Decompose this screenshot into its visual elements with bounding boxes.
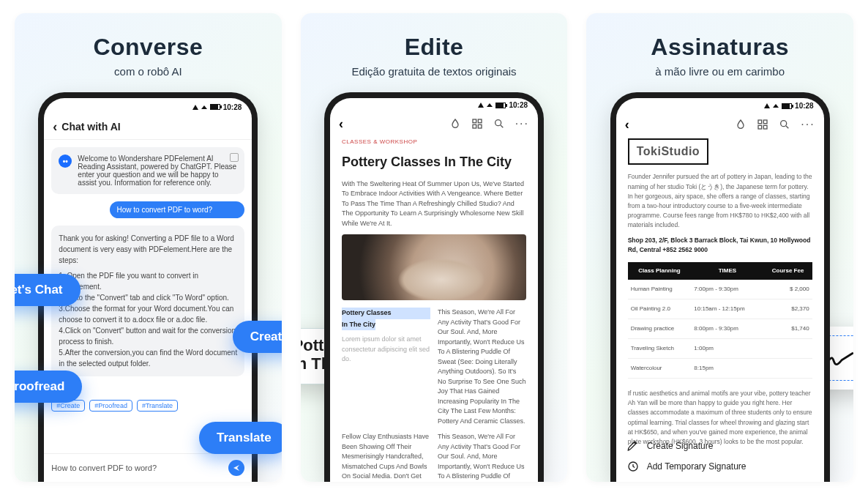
svg-rect-7	[764, 120, 768, 124]
grid-icon[interactable]	[471, 118, 483, 130]
grid-icon[interactable]	[757, 119, 768, 130]
clock-icon	[626, 460, 640, 473]
promo-card-assinaturas: Assinaturas à mão livre ou em carimbo 10…	[586, 13, 853, 482]
wifi-icon	[487, 103, 493, 107]
send-button[interactable]	[228, 460, 244, 476]
wifi-icon	[773, 104, 779, 108]
status-bar: 10:28	[44, 98, 252, 116]
doc-col-left-2: Fellow Clay Enthusiasts Have Been Showin…	[342, 432, 430, 482]
create-signature-option[interactable]: Create Signature	[626, 439, 814, 453]
th-class: Class Planning	[628, 262, 692, 280]
card-title: Assinaturas	[651, 34, 789, 61]
card-subtitle: Edição gratuita de textos originais	[351, 65, 516, 78]
status-bar: 10:28	[330, 98, 538, 113]
doc-heading: Pottery Classes In The City	[342, 152, 526, 172]
selected-text-line1[interactable]: Pottery Classes	[342, 308, 430, 319]
table-row: Drawing practice8:00pm - 9:30pm$1,740	[628, 319, 812, 338]
document-body: CLASSES & WORKSHOP Pottery Classes In Th…	[330, 138, 538, 482]
pill-create[interactable]: Create	[233, 321, 282, 353]
copy-icon[interactable]	[230, 153, 239, 162]
battery-icon	[495, 103, 506, 108]
svg-rect-2	[473, 124, 476, 128]
battery-icon	[782, 103, 792, 109]
card-subtitle: à mão livre ou em carimbo	[655, 65, 785, 78]
svg-point-10	[781, 121, 787, 127]
pill-lets-chat[interactable]: Let's Chat	[15, 274, 81, 306]
more-icon[interactable]: ···	[515, 117, 529, 130]
selected-text-line2[interactable]: In The City	[342, 319, 375, 331]
drop-icon[interactable]	[735, 119, 747, 130]
signal-icon	[192, 105, 198, 110]
th-fee: Course Fee	[764, 262, 812, 280]
user-message: How to convert PDF to word?	[110, 201, 245, 218]
table-row: Traveling Sketch1:00pm	[628, 338, 812, 358]
bot-welcome-text: Welcome to Wondershare PDFelement AI Rea…	[78, 155, 237, 187]
promo-card-edite: Edite Edição gratuita de textos originai…	[301, 13, 568, 482]
svg-rect-8	[758, 126, 762, 130]
card-title: Converse	[93, 34, 203, 61]
phone-frame: 10:28 ‹ ··· TokiStudio Founder Jennifer …	[610, 92, 830, 482]
svg-line-11	[786, 126, 788, 128]
bot-reply-message: Thank you for asking! Converting a PDF f…	[51, 226, 244, 376]
create-signature-label: Create Signature	[647, 439, 714, 453]
send-icon	[232, 464, 241, 472]
battery-icon	[210, 104, 220, 110]
bot-welcome-message: •• Welcome to Wondershare PDFelement AI …	[51, 147, 244, 194]
doc-category: CLASSES & WORKSHOP	[342, 138, 526, 146]
add-temp-signature-option[interactable]: Add Temporary Signature	[626, 460, 814, 473]
status-time: 10:28	[795, 102, 814, 110]
status-time: 10:28	[223, 103, 242, 111]
pen-icon	[626, 439, 640, 453]
chat-title: Chat with AI	[61, 121, 120, 133]
search-icon[interactable]	[779, 119, 790, 130]
svg-line-5	[501, 125, 503, 127]
fees-table: Class Planning TIMES Course Fee Human Pa…	[628, 262, 812, 379]
search-icon[interactable]	[493, 118, 505, 130]
drop-icon[interactable]	[449, 118, 461, 130]
doc-col-right-2: This Season, We're All For Any Activity …	[438, 432, 526, 482]
doc-toolbar: ‹ ···	[330, 113, 538, 138]
table-row: Human Painting7:00pm - 9:30pm$ 2,000	[628, 280, 812, 299]
add-temp-signature-label: Add Temporary Signature	[647, 460, 747, 473]
bot-reply-intro: Thank you for asking! Converting a PDF f…	[59, 233, 237, 266]
doc-intro: Founder Jennifer pursued the art of pott…	[628, 172, 812, 230]
status-time: 10:28	[509, 101, 528, 109]
bot-avatar-icon: ••	[59, 155, 72, 168]
svg-rect-6	[758, 120, 762, 124]
back-icon[interactable]: ‹	[339, 117, 343, 130]
svg-rect-9	[764, 126, 768, 130]
back-icon[interactable]: ‹	[53, 120, 57, 133]
svg-point-4	[495, 119, 501, 125]
card-title: Edite	[405, 34, 464, 61]
document-body: TokiStudio Founder Jennifer pursued the …	[616, 138, 824, 482]
signal-icon	[764, 103, 770, 108]
doc-para2: If rustic aesthetics and animal motifs a…	[628, 389, 812, 447]
pill-proofread[interactable]: Proofread	[15, 371, 82, 403]
phone-frame: 10:28 ‹ ··· CLASSES & WORKSHOP Pottery C…	[324, 92, 544, 482]
wifi-icon	[201, 105, 207, 109]
doc-address: Shop 203, 2/F, Block 3 Barrack Block, Ta…	[628, 236, 812, 255]
table-row: Watercolour8:15pm	[628, 358, 812, 378]
th-times: TIMES	[691, 262, 763, 280]
promo-card-converse: Converse com o robô AI Let's Chat Create…	[15, 13, 282, 482]
table-row: Oil Painting 2.010:15am - 12:15pm$2,370	[628, 299, 812, 319]
svg-rect-3	[478, 124, 482, 128]
card-subtitle: com o robô AI	[114, 65, 182, 78]
more-icon[interactable]: ···	[801, 118, 815, 131]
brand-logo: TokiStudio	[628, 138, 708, 165]
doc-toolbar: ‹ ···	[616, 113, 824, 138]
suggestion-tags: #Create #Proofread #Translate	[51, 394, 244, 417]
pill-translate[interactable]: Translate	[199, 422, 282, 454]
svg-rect-1	[478, 119, 482, 123]
doc-intro: With The Sweltering Heat Of Summer Upon …	[342, 179, 526, 229]
pottery-image	[342, 234, 526, 300]
chat-input[interactable]	[51, 464, 224, 472]
svg-rect-0	[473, 119, 476, 123]
bot-reply-steps: 1. Open the PDF file you want to convert…	[59, 270, 237, 369]
tag-proofread[interactable]: #Proofread	[89, 400, 132, 412]
doc-col-right-1: This Season, We're All For Any Activity …	[438, 308, 526, 426]
chat-header: ‹ Chat with AI	[44, 116, 252, 140]
signal-icon	[478, 103, 484, 108]
tag-translate[interactable]: #Translate	[137, 400, 178, 412]
back-icon[interactable]: ‹	[625, 118, 629, 131]
